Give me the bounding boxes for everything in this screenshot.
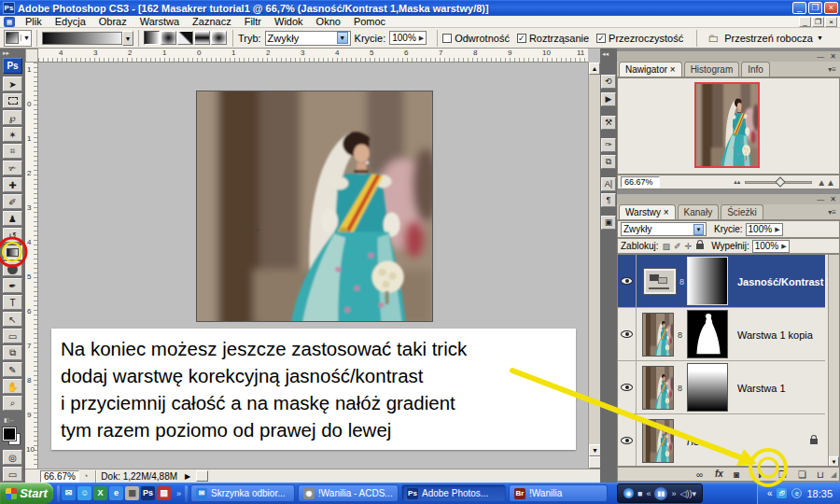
workspace-dropdown[interactable]: Przestrzeń robocza ▼ (724, 33, 823, 44)
pause-icon[interactable]: ▮▮ (654, 487, 667, 500)
zoom-in-mountains-icon[interactable]: ▲▲ (817, 177, 835, 188)
navigator-zoom-slider[interactable] (745, 181, 812, 184)
visibility-toggle[interactable] (618, 414, 637, 467)
resize-grip-icon[interactable]: ◢ (831, 470, 836, 479)
tool-preset-picker[interactable]: ▼ (4, 30, 32, 47)
invert-checkbox[interactable]: Odwrotność (442, 33, 510, 44)
tab-kanaly[interactable]: Kanały (678, 204, 720, 219)
visibility-toggle[interactable] (618, 361, 637, 413)
screen-mode-button[interactable]: ▭ (3, 467, 22, 482)
menu-zaznacz[interactable]: Zaznacz (186, 16, 238, 27)
link-layers-button[interactable]: ∞ (696, 469, 703, 480)
panel-close-icon[interactable]: ✕ (830, 52, 836, 61)
start-button[interactable]: Start (0, 483, 53, 504)
lock-transparency-icon[interactable]: ▨ (663, 242, 671, 251)
clone-stamp-tool[interactable]: ♟ (3, 211, 22, 226)
clone-source-panel-icon[interactable]: ⧉ (601, 155, 616, 169)
layer-thumbnail[interactable] (642, 366, 674, 410)
slider-thumb[interactable] (776, 176, 786, 187)
slice-tool[interactable]: ✃ (3, 161, 22, 175)
quicklaunch-overflow-icon[interactable]: » (176, 489, 181, 498)
quick-mask-button[interactable]: ◎ (3, 450, 22, 465)
notes-tool[interactable]: ⧉ (3, 345, 22, 360)
panel-minimize-icon[interactable]: — (817, 52, 824, 61)
diamond-gradient-button[interactable] (211, 31, 227, 45)
default-colors-icon[interactable]: ◧↔ (4, 416, 21, 423)
doc-minimize-button[interactable]: _ (799, 17, 811, 27)
hand-tool[interactable]: ✋ (3, 379, 22, 394)
layer-mask-thumbnail-gradient-horizontal[interactable] (687, 257, 728, 305)
lock-position-icon[interactable]: ✛ (685, 242, 693, 251)
next-track-icon[interactable]: » (671, 489, 676, 498)
layers-scrollbar[interactable]: ▼ (828, 255, 839, 467)
tray-update-icon[interactable]: e (791, 488, 802, 498)
add-layer-mask-button[interactable]: ◙ (734, 469, 739, 480)
reflected-gradient-button[interactable] (194, 31, 210, 45)
menu-plik[interactable]: Plik (19, 16, 49, 27)
gradient-picker[interactable]: ▼ (42, 30, 133, 47)
navigator-zoom-input[interactable]: 66.67% (621, 176, 660, 188)
radial-gradient-button[interactable] (161, 31, 176, 45)
panel-minimize-icon[interactable]: — (817, 195, 824, 203)
task-skrzynka[interactable]: ✉ Skrzynka odbior... (190, 484, 295, 502)
restore-button[interactable]: ❐ (808, 2, 822, 14)
status-menu-arrow-icon[interactable]: ▶ (185, 472, 190, 481)
history-brush-tool[interactable]: ↺ (3, 228, 22, 243)
tray-collapse-icon[interactable]: « (767, 488, 773, 498)
brushes-panel-icon[interactable]: ✑ (601, 138, 616, 152)
history-panel-icon[interactable]: ⟲ (601, 75, 616, 89)
layer-name[interactable]: Warstwa 1 (737, 383, 786, 394)
status-extra-button[interactable] (196, 470, 208, 482)
spinner-arrow-icon[interactable]: ▶ (781, 243, 786, 250)
layer-row-warstwa1-kopia[interactable]: 8 Warstwa 1 kopia (618, 308, 825, 361)
menu-pomoc[interactable]: Pomoc (347, 16, 392, 27)
foreground-color-swatch[interactable] (3, 427, 16, 441)
layer-row-jasnosc-kontrast[interactable]: 8 Jasność/Kontrast 1 (618, 255, 825, 308)
menu-warstwa[interactable]: Warstwa (133, 16, 186, 27)
layer-mask-thumbnail-gradient-vertical[interactable] (687, 363, 728, 412)
actions-panel-icon[interactable]: ▶ (601, 92, 616, 106)
doc-close-button[interactable]: × (825, 17, 837, 27)
layer-name[interactable]: Warstwa 1 kopia (737, 329, 813, 341)
tray-network-icon[interactable]: 🗗 (777, 488, 787, 498)
quicklaunch-excel-icon[interactable]: X (93, 486, 107, 500)
panel-menu-icon[interactable]: ▾≡ (828, 208, 836, 217)
lasso-tool[interactable]: ℘ (3, 110, 22, 125)
scroll-up-icon[interactable]: ▲ (589, 63, 600, 75)
canvas[interactable]: + Na koniec możesz jeszcze zastosować ta… (38, 63, 588, 469)
blend-mode-select[interactable]: Zwykły ▼ (265, 31, 351, 46)
opacity-input[interactable]: 100% ▶ (389, 31, 427, 45)
zoom-out-mountains-icon[interactable]: ▴▴ (734, 178, 740, 186)
menu-okno[interactable]: Okno (310, 16, 347, 27)
media-player-toolbar[interactable]: ◉ ■ « ▮▮ » ◁))▾ (617, 483, 703, 503)
spinner-arrow-icon[interactable]: ▶ (775, 226, 779, 233)
mask-link-icon[interactable]: 8 (678, 384, 682, 393)
expand-dock-icon[interactable]: ◂◂ (602, 50, 609, 58)
quicklaunch-messenger-icon[interactable]: ☺ (77, 486, 91, 500)
character-panel-icon[interactable]: A| (601, 177, 616, 191)
photo-image[interactable] (196, 91, 433, 322)
dither-checkbox[interactable]: Roztrząsanie (517, 33, 589, 44)
transparency-checkbox[interactable]: Przezroczystość (596, 33, 683, 44)
eyedropper-tool[interactable]: ✎ (3, 362, 22, 377)
layer-row-warstwa1[interactable]: 8 Warstwa 1 (618, 361, 825, 414)
layer-thumbnail[interactable] (642, 419, 674, 463)
type-tool[interactable]: T (3, 295, 22, 310)
mask-link-icon[interactable]: 8 (678, 330, 682, 340)
adjustment-layer-thumbnail[interactable] (644, 269, 676, 294)
layer-name[interactable]: Jasność/Kontrast 1 (737, 276, 832, 287)
new-group-button[interactable]: ❒ (778, 469, 787, 480)
doc-restore-button[interactable]: ❐ (812, 17, 824, 27)
delete-layer-button[interactable]: ⊔ (817, 469, 824, 480)
close-button[interactable]: × (824, 2, 838, 14)
blur-tool[interactable]: ⚫ (3, 261, 22, 276)
quicklaunch-photoshop-icon[interactable]: Ps (141, 486, 155, 500)
spinner-arrow-icon[interactable]: ▶ (419, 35, 424, 42)
titlebar[interactable]: Ps Adobe Photoshop CS3 - [162 Masakrer t… (0, 0, 840, 16)
menu-edycja[interactable]: Edycja (49, 16, 92, 27)
layer-row-tlo[interactable]: Tło (618, 414, 825, 467)
layer-style-button[interactable]: fx (715, 469, 723, 479)
stop-icon[interactable]: ■ (637, 489, 642, 498)
pen-tool[interactable]: ✒ (3, 278, 22, 293)
layers-opacity-input[interactable]: 100% ▶ (746, 223, 783, 236)
